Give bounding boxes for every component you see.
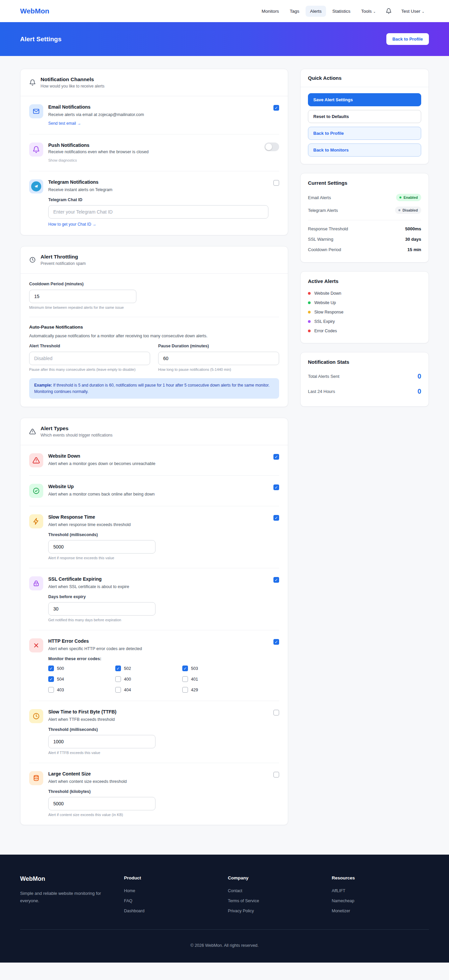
- section-subtitle: Which events should trigger notification…: [41, 433, 113, 438]
- toggle-knob: [265, 143, 272, 150]
- footer-link-privacy[interactable]: Privacy Policy: [228, 908, 325, 913]
- ssl-warning-row: SSL Warning 30 days: [308, 234, 421, 244]
- footer-company-column: Company Contact Terms of Service Privacy…: [228, 875, 325, 913]
- alert-type-desc: Alert when a monitor comes back online a…: [48, 492, 268, 496]
- clock-icon: [29, 256, 36, 263]
- back-to-profile-sidebar-button[interactable]: Back to Profile: [308, 127, 421, 140]
- lock-icon: [29, 576, 43, 590]
- show-diagnostics-link[interactable]: Show diagnostics: [48, 158, 77, 162]
- save-alert-settings-button[interactable]: Save Alert Settings: [308, 93, 421, 106]
- chevron-down-icon: ⌄: [373, 10, 376, 13]
- error-code-429[interactable]: 429: [182, 687, 249, 693]
- quick-actions-title: Quick Actions: [301, 69, 428, 87]
- total-alerts-row: Total Alerts Sent 0: [308, 369, 421, 384]
- website-down-row: Website Down Alert when a monitor goes d…: [21, 445, 288, 476]
- error-code-503[interactable]: ✓503: [182, 665, 249, 671]
- error-code-504[interactable]: ✓504: [48, 676, 115, 682]
- error-codes-label: Monitor these error codes:: [48, 657, 268, 661]
- alert-type-title: Slow Response Time: [48, 514, 268, 520]
- response-threshold-label: Threshold (milliseconds): [48, 532, 268, 537]
- error-code-404[interactable]: 404: [115, 687, 182, 693]
- email-channel-row: Email Notifications Receive alerts via e…: [21, 96, 288, 134]
- content-size-checkbox[interactable]: [273, 772, 279, 778]
- slow-response-row: Slow Response Time Alert when response t…: [21, 506, 288, 568]
- alert-type-title: HTTP Error Codes: [48, 638, 268, 644]
- notification-stats-card: Notification Stats Total Alerts Sent 0 L…: [300, 352, 429, 407]
- telegram-chat-id-input[interactable]: [48, 205, 268, 219]
- nav-item-alerts[interactable]: Alerts: [306, 6, 326, 17]
- telegram-status-badge: Disabled: [395, 207, 421, 214]
- active-alert-item: Website Up: [308, 298, 421, 307]
- chat-id-help-link[interactable]: How to get your Chat ID →: [48, 222, 96, 227]
- section-subtitle: How would you like to receive alerts: [41, 84, 105, 89]
- email-icon: [29, 104, 43, 118]
- error-code-403[interactable]: 403: [48, 687, 115, 693]
- email-status-badge: Enabled: [396, 194, 421, 201]
- footer-brand-column: WebMon Simple and reliable website monit…: [20, 875, 117, 913]
- error-code-502[interactable]: ✓502: [115, 665, 182, 671]
- section-subtitle: Prevent notification spam: [41, 261, 86, 266]
- cooldown-helper: Minimum time between repeated alerts for…: [29, 305, 279, 309]
- telegram-enabled-checkbox[interactable]: [273, 180, 279, 186]
- back-to-monitors-button[interactable]: Back to Monitors: [308, 143, 421, 157]
- alert-type-title: SSL Certificate Expiring: [48, 576, 268, 582]
- slow-response-checkbox[interactable]: ✓: [273, 515, 279, 521]
- content-size-row: Large Content Size Alert when content si…: [21, 763, 288, 825]
- email-alerts-row: Email Alerts Enabled: [308, 191, 421, 204]
- response-threshold-input[interactable]: [48, 540, 155, 554]
- status-dot: [308, 311, 311, 313]
- autopause-title: Auto-Pause Notifications: [29, 325, 279, 329]
- ttfb-checkbox[interactable]: [273, 710, 279, 716]
- notification-stats-title: Notification Stats: [301, 352, 428, 367]
- nav-item-statistics[interactable]: Statistics: [328, 6, 355, 17]
- ttfb-threshold-helper: Alert if TTFB exceeds this value: [48, 751, 268, 755]
- error-code-401[interactable]: 401: [182, 676, 249, 682]
- user-menu[interactable]: Test User⌄: [397, 6, 429, 17]
- alert-type-desc: Alert when a monitor goes down or become…: [48, 461, 268, 466]
- ttfb-row: Slow Time to First Byte (TTFB) Alert whe…: [21, 701, 288, 763]
- website-down-checkbox[interactable]: ✓: [273, 454, 279, 460]
- total-alerts-value: 0: [417, 372, 421, 380]
- quick-actions-card: Quick Actions Save Alert Settings Reset …: [300, 69, 429, 164]
- telegram-alerts-row: Telegram Alerts Disabled: [308, 204, 421, 216]
- nav-item-tools[interactable]: Tools⌄: [357, 6, 380, 17]
- ssl-days-input[interactable]: [48, 602, 155, 616]
- footer-link-terms[interactable]: Terms of Service: [228, 899, 325, 903]
- notification-channels-card: Notification Channels How would you like…: [20, 69, 288, 235]
- reset-to-defaults-button[interactable]: Reset to Defaults: [308, 110, 421, 123]
- content-size-helper: Alert if content size exceeds this value…: [48, 813, 268, 817]
- footer-link-contact[interactable]: Contact: [228, 888, 325, 893]
- back-to-profile-button[interactable]: Back to Profile: [386, 33, 429, 45]
- footer-link-namecheap[interactable]: Namecheap: [332, 899, 429, 903]
- notifications-bell-icon[interactable]: [382, 6, 395, 16]
- nav-item-tags[interactable]: Tags: [286, 6, 304, 17]
- alert-threshold-input[interactable]: [29, 352, 150, 365]
- send-test-email-link[interactable]: Send test email →: [48, 121, 81, 126]
- http-errors-checkbox[interactable]: ✓: [273, 639, 279, 645]
- footer-link-faq[interactable]: FAQ: [124, 899, 221, 903]
- nav-item-monitors[interactable]: Monitors: [257, 6, 284, 17]
- last-24h-row: Last 24 Hours 0: [308, 384, 421, 399]
- footer-link-dashboard[interactable]: Dashboard: [124, 908, 221, 913]
- x-icon: [29, 638, 43, 652]
- error-code-500[interactable]: ✓500: [48, 665, 115, 671]
- channel-title: Telegram Notifications: [48, 179, 268, 185]
- email-enabled-checkbox[interactable]: ✓: [273, 105, 279, 111]
- content-size-input[interactable]: [48, 797, 155, 810]
- ssl-expiry-checkbox[interactable]: ✓: [273, 577, 279, 583]
- error-code-400[interactable]: 400: [115, 676, 182, 682]
- status-dot: [308, 301, 311, 304]
- website-up-checkbox[interactable]: ✓: [273, 484, 279, 490]
- brand-logo[interactable]: WebMon: [20, 7, 49, 15]
- pause-duration-input[interactable]: [158, 352, 279, 365]
- footer-link-monetizer[interactable]: Monetizer: [332, 908, 429, 913]
- cooldown-input[interactable]: [29, 290, 136, 303]
- alert-type-title: Website Down: [48, 453, 268, 459]
- push-channel-row: Push Notifications Receive notifications…: [21, 134, 288, 171]
- footer-link-afflift[interactable]: AffLIFT: [332, 888, 429, 893]
- error-codes-grid: ✓500 ✓502 ✓503 ✓504 400 401 403 404 429: [48, 665, 249, 693]
- push-toggle[interactable]: [264, 143, 279, 151]
- footer-product-column: Product Home FAQ Dashboard: [124, 875, 221, 913]
- ttfb-threshold-input[interactable]: [48, 735, 155, 748]
- footer-link-home[interactable]: Home: [124, 888, 221, 893]
